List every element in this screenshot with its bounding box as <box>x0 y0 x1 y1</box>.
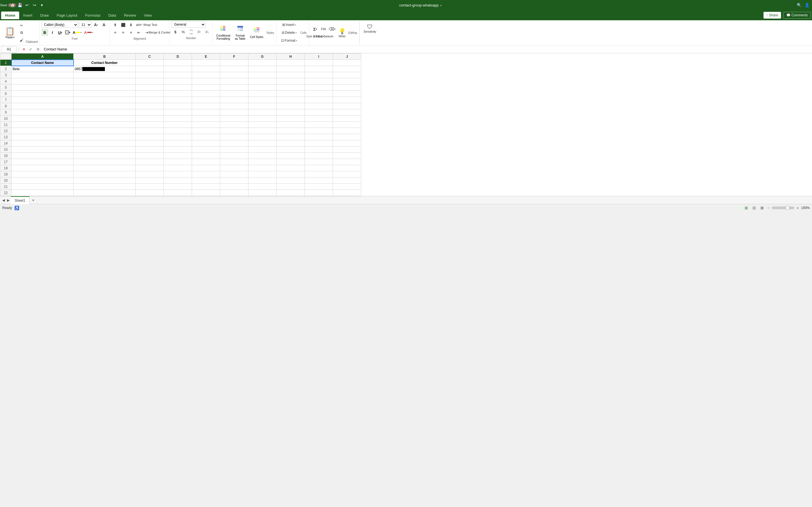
merge-center-button[interactable]: Merge & Center <box>151 29 168 36</box>
cell-I14[interactable] <box>305 140 333 147</box>
format-button[interactable]: ⊡Format▾ <box>279 37 299 44</box>
cell-H3[interactable] <box>276 72 305 78</box>
cell-E4[interactable] <box>192 78 220 84</box>
bold-button[interactable]: B <box>42 29 48 36</box>
cell-J16[interactable] <box>333 153 361 159</box>
cell-I13[interactable] <box>305 134 333 140</box>
cell-A9[interactable] <box>11 109 73 115</box>
undo-button[interactable]: ↩ <box>24 2 30 8</box>
cell-I22[interactable] <box>305 190 333 196</box>
cell-H18[interactable] <box>276 165 305 171</box>
cell-B15[interactable] <box>73 147 136 153</box>
cell-A11[interactable] <box>11 122 73 128</box>
cell-J18[interactable] <box>333 165 361 171</box>
row-header-8[interactable]: 8 <box>0 103 11 109</box>
cell-styles-button[interactable]: Cell Styles <box>249 26 265 40</box>
cell-A19[interactable] <box>11 171 73 177</box>
cell-G15[interactable] <box>248 147 276 153</box>
tab-draw[interactable]: Draw <box>36 11 53 19</box>
cell-E15[interactable] <box>192 147 220 153</box>
cut-button[interactable]: ✂ <box>18 22 25 29</box>
cell-I20[interactable] <box>305 177 333 184</box>
col-header-B[interactable]: B <box>73 54 136 60</box>
cell-D20[interactable] <box>164 177 192 184</box>
wrap-text-button[interactable]: Wrap Text <box>143 21 157 28</box>
cell-C4[interactable] <box>136 78 164 84</box>
cell-C22[interactable] <box>136 190 164 196</box>
zoom-out-button[interactable]: − <box>767 206 769 210</box>
tab-data[interactable]: Data <box>104 11 120 19</box>
cell-B9[interactable] <box>73 109 136 115</box>
paste-button[interactable]: 📋 Paste ▾ <box>3 21 17 44</box>
cell-B12[interactable] <box>73 128 136 134</box>
cell-E5[interactable] <box>192 84 220 91</box>
cell-I6[interactable] <box>305 91 333 97</box>
cell-G13[interactable] <box>248 134 276 140</box>
cell-B5[interactable] <box>73 84 136 91</box>
cell-G7[interactable] <box>248 97 276 103</box>
cell-B20[interactable] <box>73 177 136 184</box>
cell-G4[interactable] <box>248 78 276 84</box>
formula-confirm-button[interactable]: ✓ <box>28 47 34 52</box>
cell-F9[interactable] <box>220 109 248 115</box>
cell-J20[interactable] <box>333 177 361 184</box>
profile-button[interactable]: 👤 <box>804 2 810 8</box>
cell-G21[interactable] <box>248 184 276 190</box>
cell-C2[interactable] <box>136 66 164 72</box>
cell-J8[interactable] <box>333 103 361 109</box>
cell-D16[interactable] <box>164 153 192 159</box>
cell-E6[interactable] <box>192 91 220 97</box>
row-header-3[interactable]: 3 <box>0 72 11 78</box>
cell-H12[interactable] <box>276 128 305 134</box>
cell-E21[interactable] <box>192 184 220 190</box>
cell-G22[interactable] <box>248 190 276 196</box>
cell-F13[interactable] <box>220 134 248 140</box>
col-header-J[interactable]: J <box>333 54 361 60</box>
cell-I2[interactable] <box>305 66 333 72</box>
font-size-dropdown[interactable]: 11 <box>79 22 92 28</box>
highlight-color-button[interactable]: A ▾ <box>72 30 82 35</box>
tab-formulas[interactable]: Formulas <box>81 11 104 19</box>
cell-E19[interactable] <box>192 171 220 177</box>
home-button[interactable]: 🏠 <box>10 2 15 8</box>
align-center-button[interactable]: ≡ <box>119 29 127 36</box>
cell-H22[interactable] <box>276 190 305 196</box>
cell-I21[interactable] <box>305 184 333 190</box>
cell-J1[interactable] <box>333 60 361 66</box>
cell-D6[interactable] <box>164 91 192 97</box>
col-header-D[interactable]: D <box>164 54 192 60</box>
cell-A22[interactable] <box>11 190 73 196</box>
cell-A16[interactable] <box>11 153 73 159</box>
cell-B22[interactable] <box>73 190 136 196</box>
cell-E22[interactable] <box>192 190 220 196</box>
cell-B2[interactable]: 0857 <box>73 66 136 72</box>
cell-C19[interactable] <box>136 171 164 177</box>
cell-F21[interactable] <box>220 184 248 190</box>
cell-E11[interactable] <box>192 122 220 128</box>
cell-C7[interactable] <box>136 97 164 103</box>
cell-D14[interactable] <box>164 140 192 147</box>
cell-J14[interactable] <box>333 140 361 147</box>
cell-A15[interactable] <box>11 147 73 153</box>
cell-F2[interactable] <box>220 66 248 72</box>
cell-J5[interactable] <box>333 84 361 91</box>
row-header-6[interactable]: 6 <box>0 91 11 97</box>
cell-F11[interactable] <box>220 122 248 128</box>
cell-D13[interactable] <box>164 134 192 140</box>
row-header-10[interactable]: 10 <box>0 115 11 122</box>
conditional-formatting-button[interactable]: Conditional Formatting <box>215 24 232 41</box>
add-sheet-button[interactable]: + <box>30 197 37 203</box>
cell-C16[interactable] <box>136 153 164 159</box>
grid-container[interactable]: ABCDEFGHIJ1Contact NameContact Number2Be… <box>0 53 812 196</box>
cell-G19[interactable] <box>248 171 276 177</box>
tab-home[interactable]: Home <box>1 11 19 19</box>
cell-H6[interactable] <box>276 91 305 97</box>
find-select-button[interactable]: Find & Select ▾ <box>320 33 327 40</box>
sensitivity-button[interactable]: 🛡 Sensitivity <box>362 21 377 36</box>
cell-C17[interactable] <box>136 159 164 165</box>
cell-A12[interactable] <box>11 128 73 134</box>
cell-A14[interactable] <box>11 140 73 147</box>
align-right-button[interactable]: ≡ <box>128 29 135 36</box>
cell-H17[interactable] <box>276 159 305 165</box>
cell-H5[interactable] <box>276 84 305 91</box>
